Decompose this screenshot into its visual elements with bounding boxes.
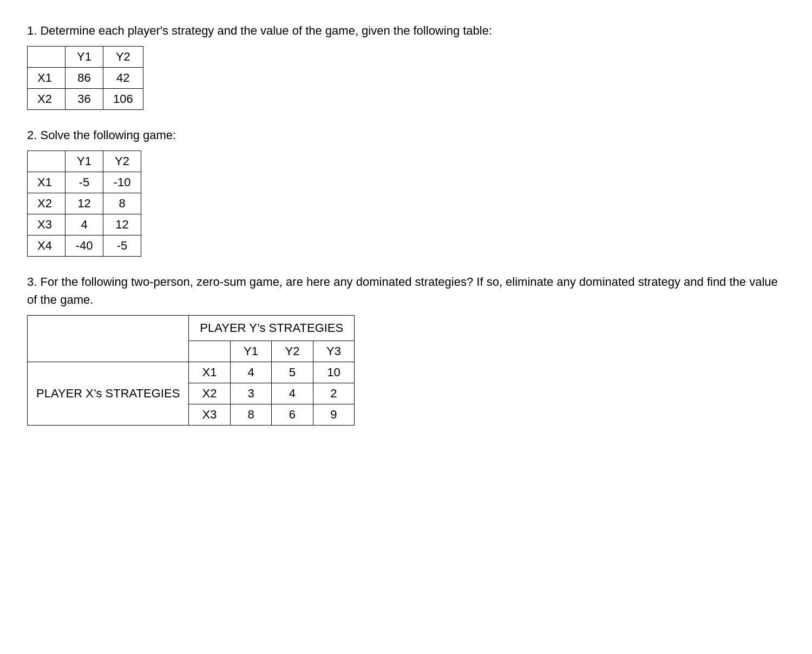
q2-cell: X2 [28, 193, 66, 214]
q3-outer-table: PLAYER Y’s STRATEGIESY1Y2Y3PLAYER X’s ST… [27, 315, 355, 426]
q1-cell: X1 [28, 68, 66, 89]
question-3: 3. For the following two-person, zero-su… [27, 273, 785, 426]
q2-cell: -5 [103, 236, 141, 257]
q3-empty-topleft [28, 316, 189, 362]
q3-y-header: Y1 [230, 341, 271, 362]
q2-table: Y1Y2X1-5-10X2128X3412X4-40-5 [27, 151, 141, 257]
q1-cell: 106 [103, 89, 143, 110]
player-y-strategies-header: PLAYER Y’s STRATEGIES [189, 316, 355, 341]
q3-x-row-label: X3 [189, 404, 230, 426]
q1-header-cell: Y2 [103, 47, 143, 68]
q1-cell: 36 [66, 89, 103, 110]
q3-value-cell: 10 [313, 362, 355, 383]
q3-text: 3. For the following two-person, zero-su… [27, 273, 785, 309]
q3-value-cell: 8 [230, 404, 271, 426]
q3-x-row-label: X2 [189, 383, 230, 404]
q1-header-cell: Y1 [66, 47, 103, 68]
q2-cell: X3 [28, 214, 66, 236]
q1-table: Y1Y2X18642X236106 [27, 46, 143, 110]
q3-value-cell: 4 [272, 383, 313, 404]
question-1: 1. Determine each player's strategy and … [27, 22, 785, 110]
q3-table-container: PLAYER Y’s STRATEGIESY1Y2Y3PLAYER X’s ST… [27, 315, 785, 426]
q2-cell: 12 [66, 193, 103, 214]
q3-x-row-label: X1 [189, 362, 230, 383]
q3-value-cell: 6 [272, 404, 313, 426]
q2-cell: -10 [103, 172, 141, 193]
q2-cell: 8 [103, 193, 141, 214]
q1-cell: 42 [103, 68, 143, 89]
q2-header-cell: Y1 [66, 151, 103, 172]
q3-y-header: Y2 [272, 341, 313, 362]
q3-value-cell: 4 [230, 362, 271, 383]
q3-y-header: Y3 [313, 341, 355, 362]
q3-value-cell: 2 [313, 383, 355, 404]
q2-cell: X4 [28, 236, 66, 257]
q2-header-cell [28, 151, 66, 172]
q3-empty-row2 [189, 341, 230, 362]
q2-cell: -40 [66, 236, 103, 257]
q2-header-cell: Y2 [103, 151, 141, 172]
player-x-strategies-label: PLAYER X’s STRATEGIES [28, 362, 189, 426]
q1-text: 1. Determine each player's strategy and … [27, 22, 785, 40]
q3-value-cell: 9 [313, 404, 355, 426]
q3-value-cell: 5 [272, 362, 313, 383]
q1-header-cell [28, 47, 66, 68]
q2-text: 2. Solve the following game: [27, 126, 785, 144]
q2-cell: 12 [103, 214, 141, 236]
q2-cell: 4 [66, 214, 103, 236]
q2-cell: X1 [28, 172, 66, 193]
q3-value-cell: 3 [230, 383, 271, 404]
q1-cell: X2 [28, 89, 66, 110]
q2-cell: -5 [66, 172, 103, 193]
question-2: 2. Solve the following game: Y1Y2X1-5-10… [27, 126, 785, 257]
q1-cell: 86 [66, 68, 103, 89]
